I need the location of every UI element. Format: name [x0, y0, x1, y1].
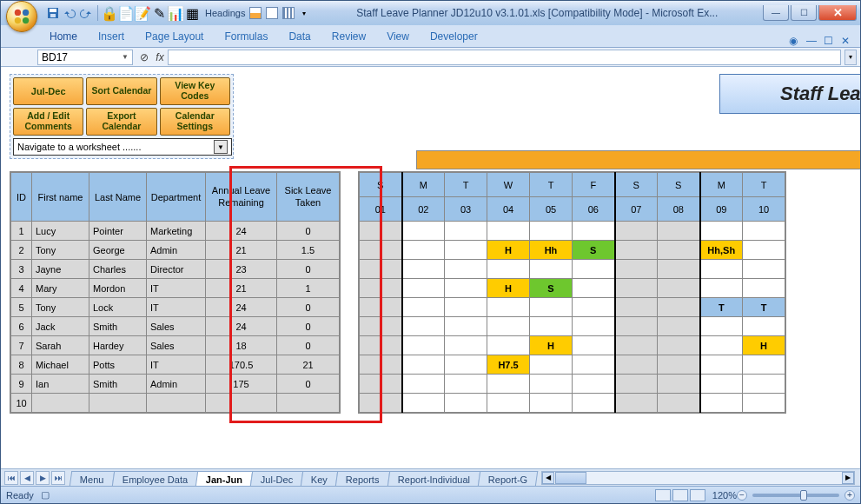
calendar-cell[interactable]	[445, 375, 487, 394]
table-row[interactable]: 9IanSmithAdmin1750	[11, 375, 340, 394]
calendar-cell[interactable]	[658, 355, 700, 375]
calendar-cell[interactable]	[743, 317, 785, 336]
calendar-cell[interactable]	[402, 279, 445, 298]
calendar-cell[interactable]	[360, 279, 402, 298]
sheet-tab[interactable]: Report-Individual	[387, 471, 480, 487]
ribbon-tab-page-layout[interactable]: Page Layout	[135, 27, 214, 47]
sheet-tab[interactable]: Report-G	[478, 471, 539, 487]
ribbon-tab-review[interactable]: Review	[321, 27, 376, 47]
calendar-cell[interactable]	[360, 317, 402, 336]
calendar-row[interactable]: HS	[360, 279, 785, 298]
calendar-cell[interactable]	[402, 394, 445, 413]
qat-icon[interactable]: ▦	[185, 6, 199, 20]
macro-record-icon[interactable]: ▢	[41, 489, 50, 501]
view-key-codes-button[interactable]: View Key Codes	[160, 77, 230, 105]
fx-icon[interactable]: fx	[152, 51, 168, 63]
calendar-cell[interactable]	[700, 279, 743, 298]
calendar-cell[interactable]	[487, 375, 530, 394]
calendar-cell[interactable]	[445, 260, 487, 279]
maximize-button[interactable]: ☐	[791, 5, 817, 21]
calendar-cell[interactable]	[615, 317, 658, 336]
calendar-cell[interactable]	[658, 279, 700, 298]
calendar-cell[interactable]	[573, 222, 615, 241]
qat-icon[interactable]: 📊	[169, 6, 182, 20]
ribbon-tab-view[interactable]: View	[376, 27, 420, 47]
calendar-cell[interactable]: Hh,Sh	[700, 241, 743, 260]
ribbon-tab-developer[interactable]: Developer	[420, 27, 488, 47]
ribbon-close-icon[interactable]: ✕	[841, 35, 853, 47]
calendar-cell[interactable]	[573, 375, 615, 394]
calendar-cell[interactable]	[658, 375, 700, 394]
calendar-cell[interactable]	[615, 394, 658, 413]
zoom-out-button[interactable]: −	[737, 490, 747, 501]
calendar-row[interactable]	[360, 317, 785, 336]
office-button[interactable]	[6, 1, 37, 32]
calendar-cell[interactable]	[573, 279, 615, 298]
calendar-cell[interactable]	[573, 298, 615, 317]
export-calendar-button[interactable]: Export Calendar	[86, 108, 156, 136]
col-annual-leave[interactable]: Annual Leave Remaining	[206, 173, 277, 222]
table-row[interactable]: 8MichaelPottsIT170.521	[11, 355, 340, 375]
calendar-cell[interactable]	[360, 222, 402, 241]
calendar-cell[interactable]	[615, 241, 658, 260]
calendar-cell[interactable]	[445, 355, 487, 375]
calendar-cell[interactable]: H	[487, 279, 530, 298]
qat-icon[interactable]: ✎	[152, 6, 166, 20]
qat-dropdown-icon[interactable]: ▾	[297, 6, 311, 20]
redo-icon[interactable]	[79, 6, 93, 20]
calendar-cell[interactable]	[402, 355, 445, 375]
calendar-cell[interactable]	[615, 375, 658, 394]
close-button[interactable]: ✕	[818, 5, 857, 21]
calendar-cell[interactable]	[360, 394, 402, 413]
view-layout-icon[interactable]	[672, 489, 688, 501]
calendar-cell[interactable]	[615, 222, 658, 241]
table-row[interactable]: 7SarahHardeySales180	[11, 336, 340, 355]
calendar-cell[interactable]: Hh	[530, 241, 573, 260]
calendar-cell[interactable]: T	[700, 298, 743, 317]
calendar-cell[interactable]	[530, 355, 573, 375]
table-row[interactable]: 2TonyGeorgeAdmin211.5	[11, 241, 340, 260]
sheet-tab[interactable]: Menu	[70, 471, 115, 487]
table-row[interactable]: 1LucyPointerMarketing240	[11, 222, 340, 241]
sheet-tab[interactable]: Employee Data	[111, 471, 198, 487]
calendar-cell[interactable]	[700, 394, 743, 413]
calendar-cell[interactable]	[615, 355, 658, 375]
calendar-row[interactable]	[360, 375, 785, 394]
calendar-row[interactable]	[360, 260, 785, 279]
col-id[interactable]: ID	[11, 173, 32, 222]
table-row[interactable]: 3JayneCharlesDirector230	[11, 260, 340, 279]
calendar-cell[interactable]	[445, 222, 487, 241]
calendar-cell[interactable]	[402, 298, 445, 317]
formula-input[interactable]	[168, 50, 841, 65]
calendar-cell[interactable]	[445, 394, 487, 413]
calendar-cell[interactable]	[615, 279, 658, 298]
navigate-worksheet-select[interactable]: Navigate to a worksheet ....... ▼	[13, 138, 232, 156]
calendar-cell[interactable]	[445, 317, 487, 336]
undo-icon[interactable]	[63, 6, 76, 20]
sheet-tab[interactable]: Jan-Jun	[195, 471, 253, 487]
calendar-cell[interactable]	[402, 317, 445, 336]
calendar-cell[interactable]	[445, 336, 487, 355]
calendar-cell[interactable]	[743, 222, 785, 241]
calendar-cell[interactable]	[360, 241, 402, 260]
zoom-in-button[interactable]: +	[844, 490, 855, 501]
calendar-cell[interactable]	[658, 222, 700, 241]
calendar-cell[interactable]	[530, 375, 573, 394]
calendar-cell[interactable]	[743, 279, 785, 298]
calendar-cell[interactable]	[658, 317, 700, 336]
sheet-nav-last-icon[interactable]: ⏭	[51, 471, 65, 485]
ribbon-tab-insert[interactable]: Insert	[88, 27, 135, 47]
sheet-tab[interactable]: Jul-Dec	[250, 471, 304, 487]
calendar-cell[interactable]	[658, 298, 700, 317]
calendar-cell[interactable]: S	[573, 241, 615, 260]
calendar-cell[interactable]	[487, 260, 530, 279]
calendar-cell[interactable]	[658, 336, 700, 355]
calendar-cell[interactable]	[445, 298, 487, 317]
name-box[interactable]: BD17▼	[37, 50, 133, 65]
table-row[interactable]: 5TonyLockIT240	[11, 298, 340, 317]
juldec-button[interactable]: Jul-Dec	[13, 77, 83, 105]
calendar-row[interactable]: H7.5	[360, 355, 785, 375]
horizontal-scrollbar[interactable]: ◀ ▶	[541, 471, 855, 485]
calendar-cell[interactable]	[487, 394, 530, 413]
calendar-cell[interactable]	[700, 336, 743, 355]
